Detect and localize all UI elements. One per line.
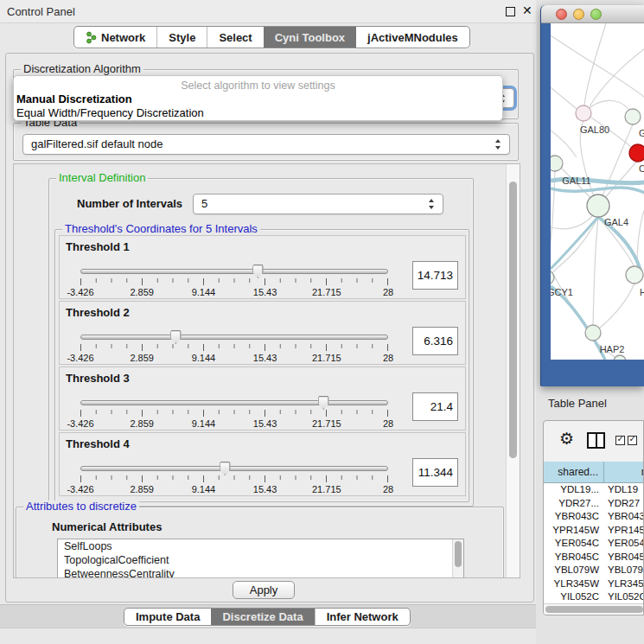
tab-network[interactable]: Network xyxy=(74,27,156,48)
cell[interactable]: YDL19... xyxy=(544,483,604,497)
minimize-traffic-light-icon[interactable] xyxy=(573,9,584,20)
network-node[interactable] xyxy=(576,105,591,121)
table-horizontal-scrollbar[interactable] xyxy=(544,603,644,615)
threshold-2-slider[interactable]: -3.426 2.859 9.144 15.43 21.715 28 xyxy=(80,331,388,364)
settings-scrollbar-thumb[interactable] xyxy=(509,182,517,458)
network-canvas[interactable]: GAL80GCGAL11GAL4GCY1HHAP2 xyxy=(551,23,644,360)
tab-infer-network[interactable]: Infer Network xyxy=(315,609,410,625)
list-scrollbar[interactable] xyxy=(452,539,463,578)
list-item[interactable]: SelfLoops xyxy=(58,539,463,553)
cell[interactable]: YBR043C xyxy=(544,510,604,524)
tab-discretize-data[interactable]: Discretize Data xyxy=(211,609,314,625)
table-row[interactable]: YBR043CYBR043C xyxy=(544,510,644,524)
cell[interactable]: YBR045C xyxy=(544,551,604,564)
close-traffic-light-icon[interactable] xyxy=(556,9,567,20)
threshold-1-label: Threshold 1 xyxy=(66,240,130,253)
cell[interactable]: YLR345W xyxy=(604,577,644,591)
slider-track[interactable] xyxy=(80,269,388,274)
tab-cyni-toolbox[interactable]: Cyni Toolbox xyxy=(264,27,356,48)
threshold-3-slider[interactable]: -3.426 2.859 9.144 15.43 21.715 28 xyxy=(80,397,388,430)
thresholds-group: Threshold's Coordinates for 5 Intervals … xyxy=(54,229,469,502)
slider-track[interactable] xyxy=(80,335,388,340)
checkbox-icon[interactable] xyxy=(615,436,625,445)
slider-thumb[interactable] xyxy=(170,330,182,344)
threshold-4-slider[interactable]: -3.426 2.859 9.144 15.43 21.715 28 xyxy=(80,462,388,495)
table-row[interactable]: YLR345WYLR345W xyxy=(544,577,644,591)
number-of-intervals-combobox[interactable]: 5 xyxy=(193,194,443,214)
slider-thumb[interactable] xyxy=(220,462,231,475)
cell[interactable]: YDR27 xyxy=(604,497,644,511)
cell[interactable]: YIL052C xyxy=(604,590,644,604)
table-row[interactable]: YIL052CYIL052C xyxy=(544,590,644,604)
cell[interactable]: YER054C xyxy=(604,537,644,551)
float-window-icon[interactable] xyxy=(506,7,515,16)
cell[interactable]: YER054C xyxy=(544,537,604,551)
gear-icon[interactable]: ⚙ xyxy=(559,429,574,449)
close-icon[interactable]: ✕ xyxy=(522,3,532,17)
apply-button[interactable]: Apply xyxy=(233,581,295,599)
tick-label: 9.144 xyxy=(192,418,216,429)
network-edge xyxy=(551,87,577,109)
settings-scrollbar[interactable] xyxy=(506,164,520,577)
cell[interactable]: YBR045C xyxy=(604,551,644,564)
cell[interactable]: YBR043C xyxy=(604,510,644,524)
slider-track[interactable] xyxy=(80,400,388,405)
network-node[interactable] xyxy=(626,266,643,284)
cell[interactable]: YDL19 xyxy=(604,483,644,497)
cell[interactable]: YBL079W xyxy=(604,564,644,577)
table-row[interactable]: YBR045CYBR045C xyxy=(544,551,644,564)
network-node[interactable] xyxy=(625,109,641,124)
cell[interactable]: YPR145W xyxy=(604,524,644,538)
network-edge-thick xyxy=(551,217,598,269)
list-item[interactable]: BetweennessCentrality xyxy=(58,567,463,578)
list-item[interactable]: TopologicalCoefficient xyxy=(58,553,463,567)
cell[interactable]: YDR27... xyxy=(544,497,604,511)
thresholds-group-label: Threshold's Coordinates for 5 Intervals xyxy=(62,223,260,235)
threshold-4-box: Threshold 4 -3.426 2.859 9.144 xyxy=(59,432,466,496)
network-node[interactable] xyxy=(585,325,601,341)
network-view-window: GAL80GCGAL11GAL4GCY1HHAP2 xyxy=(540,5,644,386)
threshold-3-value-field[interactable]: 21.4 xyxy=(412,392,458,421)
network-node[interactable] xyxy=(629,144,644,162)
threshold-1-value-field[interactable]: 14.713 xyxy=(412,261,458,290)
tab-network-label: Network xyxy=(101,31,145,44)
network-node[interactable] xyxy=(551,271,554,284)
tab-style[interactable]: Style xyxy=(156,27,207,48)
tab-style-label: Style xyxy=(169,31,195,44)
slider-thumb[interactable] xyxy=(318,396,329,410)
table-row[interactable]: YDL19...YDL19 xyxy=(544,483,644,497)
algorithm-option-manual[interactable]: Manual Discretization xyxy=(16,92,132,105)
table-row[interactable]: YBL079WYBL079W xyxy=(544,564,644,577)
slider-thumb[interactable] xyxy=(252,265,264,278)
column-header-shared-name[interactable]: shared... xyxy=(544,462,604,482)
network-node[interactable] xyxy=(587,194,609,217)
threshold-1-slider[interactable]: -3.426 2.859 9.144 15.43 21.715 28 xyxy=(80,265,388,298)
cell[interactable]: YPR145W xyxy=(544,524,604,538)
table-scrollbar-thumb[interactable] xyxy=(545,606,643,613)
threshold-2-value-field[interactable]: 6.316 xyxy=(412,327,458,355)
table-row[interactable]: YPR145WYPR145W xyxy=(544,524,644,538)
threshold-4-value-field[interactable]: 11.344 xyxy=(412,458,458,487)
column-header-name[interactable]: na xyxy=(604,462,644,482)
cell[interactable]: YIL052C xyxy=(544,590,604,604)
network-node[interactable] xyxy=(551,156,563,171)
checkbox-icon[interactable] xyxy=(628,436,637,445)
network-node[interactable] xyxy=(614,355,626,360)
table-data-combobox[interactable]: galFiltered.sif default node xyxy=(22,134,510,155)
table-row[interactable]: YER054CYER054C xyxy=(544,537,644,551)
table-row[interactable]: YDR27...YDR27 xyxy=(544,497,644,511)
zoom-traffic-light-icon[interactable] xyxy=(590,9,602,20)
tick-label: 9.144 xyxy=(192,484,216,494)
tab-impute-data[interactable]: Impute Data xyxy=(124,609,211,625)
numerical-attributes-list[interactable]: SelfLoops TopologicalCoefficient Between… xyxy=(57,539,464,578)
tab-jactivemnodules[interactable]: jActiveMNodules xyxy=(356,27,469,48)
tab-select[interactable]: Select xyxy=(207,27,263,48)
cell[interactable]: YBL079W xyxy=(544,564,604,577)
tick-label: 2.859 xyxy=(130,484,154,494)
slider-track[interactable] xyxy=(80,466,388,471)
split-columns-icon[interactable] xyxy=(587,432,605,449)
list-scrollbar-thumb[interactable] xyxy=(455,541,462,567)
network-window-titlebar[interactable] xyxy=(541,5,644,23)
algorithm-option-equal-width[interactable]: Equal Width/Frequency Discretization xyxy=(16,106,204,119)
cell[interactable]: YLR345W xyxy=(544,577,604,591)
